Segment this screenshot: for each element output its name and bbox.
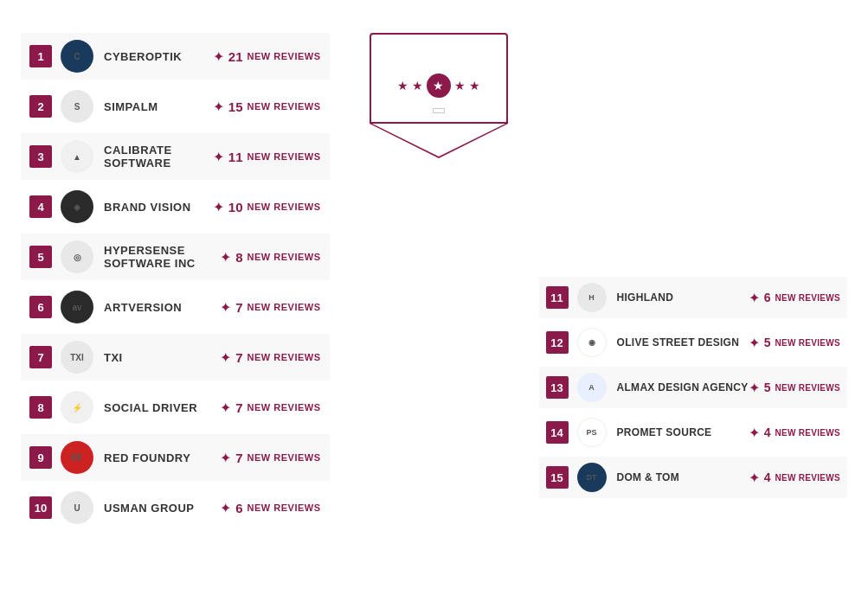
company-name: USMAN GROUP (104, 502, 220, 515)
rank-badge: 2 (29, 95, 52, 118)
list-item[interactable]: 10 U USMAN GROUP ✦ 6 NEW REVIEWS (21, 484, 330, 531)
reviews-count: 10 (228, 200, 243, 214)
rank-badge: 8 (29, 396, 52, 419)
reviews-section: ✦ 10 NEW REVIEWS (213, 199, 321, 215)
list-item[interactable]: 12 ◉ OLIVE STREET DESIGN ✦ 5 NEW REVIEWS (539, 322, 848, 363)
reviews-section: ✦ 7 NEW REVIEWS (220, 450, 320, 466)
badge-shape: ★ ★ ★ ★ ★ (370, 33, 508, 124)
badge-star-right-2: ★ (469, 79, 480, 93)
reviews-label: NEW REVIEWS (248, 51, 321, 61)
list-item[interactable]: 2 S SIMPALM ✦ 15 NEW REVIEWS (21, 83, 330, 130)
badge-star-left-1: ★ (412, 79, 423, 93)
reviews-label: NEW REVIEWS (248, 252, 321, 262)
reviews-section: ✦ 5 NEW REVIEWS (749, 380, 840, 396)
rank-badge: 10 (29, 496, 52, 519)
company-logo: A (577, 373, 607, 402)
main-layout: 1 C CYBEROPTIK ✦ 21 NEW REVIEWS 2 S SIMP… (21, 33, 847, 534)
badge-container: ★ ★ ★ ★ ★ (352, 33, 525, 534)
reviews-section: ✦ 21 NEW REVIEWS (213, 48, 321, 65)
company-name: ALMAX DESIGN AGENCY (617, 381, 749, 393)
badge-star-right-1: ★ (454, 79, 466, 93)
rank-badge: 14 (546, 421, 569, 444)
reviews-section: ✦ 15 NEW REVIEWS (213, 99, 321, 115)
rank-badge: 7 (29, 346, 52, 368)
star-icon: ✦ (213, 149, 224, 165)
list-item[interactable]: 8 ⚡ SOCIAL DRIVER ✦ 7 NEW REVIEWS (21, 384, 330, 431)
reviews-count: 5 (764, 381, 771, 394)
rank-badge: 11 (546, 286, 569, 309)
reviews-count: 4 (764, 425, 771, 439)
company-logo: U (61, 491, 93, 524)
reviews-section: ✦ 4 NEW REVIEWS (749, 470, 840, 486)
list-item[interactable]: 6 av ARTVERSION ✦ 7 NEW REVIEWS (21, 284, 330, 330)
list-item[interactable]: 3 ▲ CALIBRATE SOFTWARE ✦ 11 NEW REVIEWS (21, 133, 330, 180)
star-icon: ✦ (220, 400, 231, 416)
list-item[interactable]: 11 H HIGHLAND ✦ 6 NEW REVIEWS (539, 277, 848, 318)
reviews-count: 8 (235, 250, 242, 265)
list-item[interactable]: 5 ◎ HYPERSENSE SOFTWARE INC ✦ 8 NEW REVI… (21, 234, 330, 280)
company-logo: TXI (61, 341, 93, 374)
reviews-count: 7 (235, 451, 242, 465)
reviews-count: 4 (764, 470, 771, 484)
star-icon: ✦ (220, 450, 231, 466)
star-icon: ✦ (220, 349, 231, 366)
reviews-label: NEW REVIEWS (248, 151, 321, 162)
rank-badge: 6 (29, 296, 52, 318)
left-column: 1 C CYBEROPTIK ✦ 21 NEW REVIEWS 2 S SIMP… (21, 33, 330, 534)
badge-star-center: ★ (427, 74, 451, 98)
list-item[interactable]: 7 TXI TXI ✦ 7 NEW REVIEWS (21, 334, 330, 381)
rank-badge: 1 (29, 45, 52, 67)
reviews-label: NEW REVIEWS (248, 302, 321, 312)
reviews-section: ✦ 8 NEW REVIEWS (220, 249, 320, 266)
rank-badge: 4 (29, 195, 52, 218)
reviews-label: NEW REVIEWS (248, 202, 321, 212)
reviews-label: NEW REVIEWS (248, 452, 321, 463)
company-logo: av (61, 291, 93, 323)
star-icon: ✦ (220, 249, 231, 266)
rank-badge: 3 (29, 145, 52, 168)
list-item[interactable]: 9 RF RED FOUNDRY ✦ 7 NEW REVIEWS (21, 434, 330, 481)
company-logo: ◈ (61, 190, 93, 223)
reviews-count: 7 (235, 350, 242, 365)
company-name: OLIVE STREET DESIGN (617, 336, 749, 349)
reviews-label: NEW REVIEWS (775, 338, 840, 348)
company-logo: S (61, 90, 93, 123)
company-logo: ⚡ (61, 391, 93, 424)
reviews-count: 5 (764, 336, 771, 349)
reviews-section: ✦ 11 NEW REVIEWS (213, 149, 321, 165)
list-item[interactable]: 14 PS PROMET SOURCE ✦ 4 NEW REVIEWS (539, 412, 848, 453)
list-item[interactable]: 13 A ALMAX DESIGN AGENCY ✦ 5 NEW REVIEWS (539, 367, 848, 408)
reviews-count: 15 (228, 99, 243, 114)
company-name: ARTVERSION (104, 301, 220, 314)
company-name: CALIBRATE SOFTWARE (104, 144, 213, 170)
reviews-label: NEW REVIEWS (248, 101, 321, 112)
reviews-section: ✦ 5 NEW REVIEWS (749, 335, 840, 351)
reviews-label: NEW REVIEWS (775, 293, 840, 303)
reviews-section: ✦ 7 NEW REVIEWS (220, 349, 320, 366)
star-icon: ✦ (220, 299, 231, 316)
star-icon: ✦ (749, 290, 760, 306)
badge-stars-row: ★ ★ ★ ★ ★ (397, 74, 480, 98)
reviews-count: 21 (228, 49, 243, 64)
right-column: 11 H HIGHLAND ✦ 6 NEW REVIEWS 12 ◉ OLIVE… (539, 33, 848, 534)
company-name: PROMET SOURCE (617, 426, 749, 438)
list-item[interactable]: 1 C CYBEROPTIK ✦ 21 NEW REVIEWS (21, 33, 330, 80)
rank-badge: 9 (29, 446, 52, 469)
reviews-section: ✦ 4 NEW REVIEWS (749, 425, 840, 441)
star-icon: ✦ (749, 470, 760, 486)
star-icon: ✦ (749, 380, 760, 396)
reviews-count: 6 (764, 291, 771, 304)
company-name: TXI (104, 351, 220, 364)
rank-badge: 12 (546, 331, 569, 354)
company-logo: RF (61, 441, 93, 474)
reviews-section: ✦ 7 NEW REVIEWS (220, 299, 320, 316)
company-logo: ◉ (577, 328, 607, 357)
reviews-section: ✦ 6 NEW REVIEWS (749, 290, 840, 306)
company-name: CYBEROPTIK (104, 50, 213, 63)
badge-bottom-inner (372, 124, 505, 157)
list-item[interactable]: 15 DT DOM & TOM ✦ 4 NEW REVIEWS (539, 457, 848, 498)
list-item[interactable]: 4 ◈ BRAND VISION ✦ 10 NEW REVIEWS (21, 183, 330, 230)
company-name: HYPERSENSE SOFTWARE INC (104, 244, 220, 270)
company-logo: PS (577, 418, 607, 447)
reviews-count: 11 (228, 150, 243, 164)
